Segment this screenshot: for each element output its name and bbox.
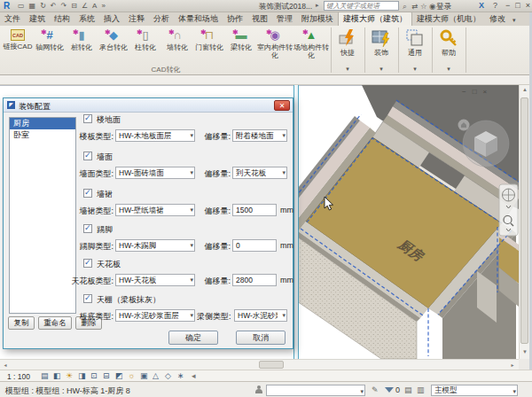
- reveal-hidden-elements-icon[interactable]: ☼: [128, 371, 135, 380]
- tab-manage[interactable]: 管理: [272, 12, 297, 26]
- close-button[interactable]: ×: [526, 0, 530, 12]
- navigation-bar[interactable]: [499, 184, 518, 236]
- skirting-offset-input[interactable]: [232, 239, 277, 252]
- link-cad-button[interactable]: CAD 链接CAD: [2, 27, 34, 51]
- quick-panel-button[interactable]: 快捷: [332, 27, 364, 57]
- revit-logo[interactable]: R: [4, 1, 10, 11]
- tab-annotate[interactable]: 注释: [124, 12, 149, 26]
- dialog-close-button[interactable]: ✕: [274, 100, 290, 111]
- skirting-type-select[interactable]: HW-木踢脚 ▾: [115, 239, 195, 252]
- tab-view[interactable]: 视图: [247, 12, 272, 26]
- tab-modeling-master-arch[interactable]: 建模大师（建筑）: [338, 12, 412, 26]
- filter-icon[interactable]: [385, 387, 394, 393]
- print-icon[interactable]: ⊟: [71, 1, 77, 12]
- analytical-model-icon[interactable]: △: [153, 371, 159, 380]
- search-icon[interactable]: ⌕: [403, 2, 407, 12]
- horizontal-scroll-thumb[interactable]: [259, 361, 284, 369]
- door-window-convert-button[interactable]: ⊓✱ 门窗转化: [193, 27, 225, 51]
- ceiling-checkbox[interactable]: ✓: [83, 259, 92, 268]
- view-close-button[interactable]: ×: [483, 88, 488, 96]
- minimize-button[interactable]: −: [505, 0, 510, 12]
- cancel-button[interactable]: 取消: [236, 331, 286, 345]
- pilecap-convert-button[interactable]: ◆✱ 承台转化: [98, 27, 129, 51]
- tab-analyze[interactable]: 分析: [149, 12, 174, 26]
- tab-addins[interactable]: 附加模块: [297, 12, 338, 26]
- redo-icon[interactable]: ↷: [61, 1, 67, 12]
- room-item-kitchen[interactable]: 厨房: [10, 118, 75, 129]
- sync-icon[interactable]: ↻: [40, 1, 46, 12]
- vcb-collapse-icon[interactable]: ◂: [192, 371, 196, 380]
- displacement-sets-icon[interactable]: ◇: [165, 371, 171, 380]
- tab-collaborate[interactable]: 协作: [223, 12, 247, 26]
- tab-architecture[interactable]: 建筑: [25, 12, 50, 26]
- wall-offset-select[interactable]: 到天花板 ▾: [232, 167, 287, 179]
- exchange-apps-icon[interactable]: X: [479, 1, 484, 10]
- undo-icon[interactable]: ↶: [51, 1, 57, 12]
- editable-only-icon[interactable]: ✎: [372, 385, 379, 394]
- measure-icon[interactable]: ∠: [82, 1, 88, 12]
- tab-modify[interactable]: 修改: [485, 12, 510, 26]
- help-panel-button[interactable]: 帮助: [433, 27, 465, 57]
- temporary-hide-isolate-icon[interactable]: ◩: [115, 371, 123, 380]
- decorate-panel-button[interactable]: 装饰: [365, 27, 397, 57]
- floor-type-select[interactable]: HW-木地板面层 ▾: [115, 129, 195, 142]
- ok-button[interactable]: 确定: [168, 331, 218, 345]
- vertical-scrollbar[interactable]: ▲ ▼: [519, 85, 529, 359]
- view-minimize-button[interactable]: −: [462, 88, 466, 96]
- maximize-button[interactable]: □: [515, 0, 520, 12]
- skirting-checkbox[interactable]: ✓: [83, 224, 92, 233]
- soffit-checkbox[interactable]: ✓: [83, 294, 92, 303]
- beam-convert-button[interactable]: ▬✱ 梁转化: [225, 27, 257, 51]
- general-panel-button[interactable]: 通用: [399, 27, 431, 57]
- floor-offset-select[interactable]: 附着楼地面 ▾: [232, 129, 287, 142]
- select-links-icon[interactable]: ▤: [404, 385, 412, 394]
- show-crop-region-icon[interactable]: ⊟: [103, 371, 110, 380]
- site-component-convert-button[interactable]: ▲✱ 场地构件转化: [293, 27, 329, 59]
- interior-component-convert-button[interactable]: ◉✱ 室内构件转化: [257, 27, 293, 59]
- text-icon[interactable]: A: [92, 1, 97, 12]
- help-panel-dropdown-icon[interactable]: ▾: [433, 66, 465, 73]
- exchange-icon[interactable]: ⇄: [411, 2, 418, 11]
- open-icon[interactable]: ▭: [18, 1, 25, 12]
- visual-style-icon[interactable]: ◧: [53, 371, 61, 380]
- shadows-icon[interactable]: ◨: [78, 371, 86, 380]
- ceiling-offset-input[interactable]: [232, 274, 277, 286]
- search-input[interactable]: [324, 1, 399, 11]
- scroll-left-icon[interactable]: ◂: [2, 362, 9, 368]
- tab-overflow-icon[interactable]: ▾: [510, 14, 519, 26]
- qat-more-icon[interactable]: »: [101, 1, 105, 12]
- tab-file[interactable]: 文件: [0, 12, 25, 26]
- floor-finish-checkbox[interactable]: ✓: [83, 114, 92, 123]
- worksharing-user-icon[interactable]: [255, 385, 262, 393]
- beam-side-type-select[interactable]: HW-水泥砂浆 ▾: [234, 309, 287, 322]
- save-icon[interactable]: ▦: [29, 1, 36, 12]
- vertical-scroll-thumb[interactable]: [520, 97, 528, 344]
- tab-insert[interactable]: 插入: [99, 12, 124, 26]
- wall-finish-checkbox[interactable]: ✓: [83, 152, 92, 160]
- lock-3d-view-icon[interactable]: ∗: [177, 371, 184, 380]
- tab-structure[interactable]: 结构: [50, 12, 74, 26]
- wainscot-type-select[interactable]: HW-壁纸墙裙 ▾: [115, 204, 195, 216]
- tab-systems[interactable]: 系统: [74, 12, 99, 26]
- soffit-type-select[interactable]: HW-水泥砂浆面层 ▾: [115, 309, 195, 322]
- temporary-view-properties-icon[interactable]: ▣: [140, 371, 148, 380]
- star-icon[interactable]: ☆: [420, 2, 427, 11]
- general-panel-dropdown-icon[interactable]: ▾: [399, 66, 431, 73]
- sun-path-icon[interactable]: ☀: [66, 371, 73, 380]
- title-caret-icon[interactable]: ▸: [316, 2, 319, 9]
- view-restore-button[interactable]: □: [473, 88, 477, 96]
- pile-convert-button[interactable]: ▮✱ 桩转化: [66, 27, 98, 51]
- ceiling-type-select[interactable]: HW-天花板 ▾: [115, 274, 195, 286]
- decorate-panel-dropdown-icon[interactable]: ▾: [365, 66, 397, 73]
- user-icon[interactable]: ◉: [429, 2, 435, 11]
- scale-button[interactable]: 1 : 100: [7, 372, 30, 381]
- wall-convert-button[interactable]: ∩✱ 墙转化: [161, 27, 193, 51]
- quick-panel-dropdown-icon[interactable]: ▾: [332, 66, 364, 73]
- sign-in-link[interactable]: 登录: [436, 2, 451, 12]
- help-icon[interactable]: ?: [493, 1, 497, 10]
- dialog-title-bar[interactable]: ◤ 装饰配置 ✕: [4, 98, 293, 113]
- detail-level-icon[interactable]: ▤: [41, 371, 49, 380]
- scroll-right-icon[interactable]: ▸: [509, 362, 516, 368]
- wainscot-offset-input[interactable]: [232, 204, 277, 216]
- horizontal-scrollbar[interactable]: ◂ ▸: [0, 359, 519, 370]
